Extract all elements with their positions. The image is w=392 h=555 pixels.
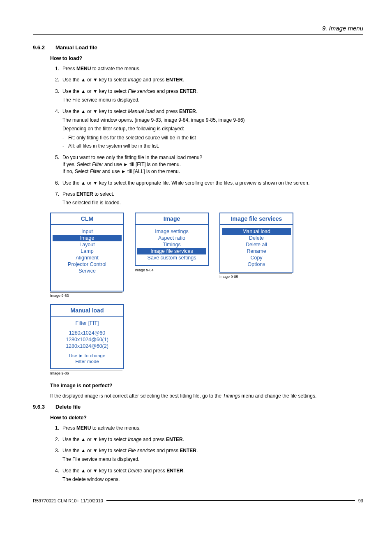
menu-item-ref: Timings [223, 393, 240, 399]
step-7: Press ENTER to select. The selected file… [55, 191, 363, 207]
step-6: Use the ▲ or ▼ key to select the appropr… [55, 180, 363, 187]
text: to activate the menus. [91, 66, 141, 72]
caption-9-85: Image 9-85 [219, 273, 292, 279]
menu-item-ref: Manual load [128, 109, 154, 114]
text: Use the ▲ or ▼ key to select [62, 468, 128, 474]
step-4: Use the ▲ or ▼ key to select Delete and … [55, 467, 363, 483]
text: If no, Select [62, 169, 90, 174]
filter-options-list: Fit: only fitting files for the selected… [62, 134, 363, 150]
text: Use the ▲ or ▼ key to select [62, 88, 128, 94]
text: Use the ▲ or ▼ key to select [62, 77, 128, 83]
menu-item: Copy [222, 254, 291, 261]
caption-9-84: Image 9-84 [135, 267, 207, 272]
step-2: Use the ▲ or ▼ key to select Image and p… [55, 436, 363, 443]
caption-9-83: Image 9-83 [50, 292, 122, 298]
text: . [183, 468, 184, 474]
menu-item-ref: Delete [128, 468, 142, 474]
text: . [196, 88, 198, 94]
menu-item-ref: Image [128, 437, 141, 442]
menu-key: MENU [76, 66, 91, 72]
image-not-perfect-text: If the displayed image is not correct af… [50, 393, 363, 400]
step-2: Use the ▲ or ▼ key to select Image and p… [55, 76, 363, 83]
page-footer: R59770021 CLM R10+ 11/10/2010 93 [33, 498, 363, 503]
menu-item: 1280x1024@60(2) [53, 343, 122, 349]
step-sub: Depending on the filter setup, the follo… [62, 125, 363, 132]
text: and press [142, 77, 166, 83]
footer-doc-id: R59770021 CLM R10+ 11/10/2010 [33, 498, 103, 503]
text: . [183, 437, 184, 442]
text: Use the ▲ or ▼ key to select [62, 109, 128, 114]
step-1: Press MENU to activate the menus. [55, 425, 363, 432]
section-963-heading: 9.6.3 Delete file [33, 404, 363, 410]
step-sub: The selected file is loaded. [62, 199, 363, 206]
menu-item: Image settings [137, 228, 206, 235]
menu-key: MENU [76, 425, 91, 431]
menu-item-ref: Filter [92, 162, 103, 167]
section-962-heading: 9.6.2 Manual Load file [33, 44, 363, 51]
step-3: Use the ▲ or ▼ key to select File servic… [55, 447, 363, 463]
filter-label: Filter [FIT] [53, 320, 122, 326]
menu-item: Image [53, 235, 122, 241]
text: Do you want to see only the fitting file… [62, 155, 202, 160]
menu-item: Save custom settings [137, 254, 206, 261]
step-4: Use the ▲ or ▼ key to select Manual load… [55, 108, 363, 150]
menu-item: Aspect ratio [137, 235, 206, 241]
image-not-perfect-heading: The image is not perfect? [50, 383, 363, 388]
step-1: Press MENU to activate the menus. [55, 65, 363, 72]
section-title: Delete file [55, 404, 81, 410]
menu-item: Service [53, 268, 122, 274]
hint-text: Filter mode [53, 358, 122, 364]
enter-key: ENTER [180, 448, 196, 453]
menu-item-ref: File services [128, 88, 155, 94]
menu-item: Layout [53, 241, 122, 248]
how-to-delete-heading: How to delete? [50, 415, 363, 421]
text: and press [142, 437, 166, 442]
step-sub: The manual load window opens. (image 9-8… [62, 117, 363, 124]
menu-item: 1280x1024@60 [53, 330, 122, 336]
text: Press [62, 425, 76, 431]
menu-item: Options [222, 261, 291, 268]
text: and press [155, 448, 180, 453]
menu-item: Alignment [53, 254, 122, 261]
step-sub: The delete window opens. [62, 476, 363, 483]
text: If the displayed image is not correct af… [50, 393, 223, 399]
menu-item: Image file services [137, 248, 206, 254]
menu-item: Input [53, 228, 122, 235]
screen-image-file-services: Image file services Manual loadDeleteDel… [219, 213, 293, 273]
enter-key: ENTER [179, 109, 196, 114]
text: to activate the menus. [91, 425, 141, 431]
menu-item: Delete [222, 235, 291, 241]
enter-key: ENTER [76, 191, 93, 197]
menu-item: Delete all [222, 241, 291, 248]
enter-key: ENTER [166, 77, 183, 83]
menu-item: Manual load [222, 228, 291, 235]
delete-steps-list: Press MENU to activate the menus. Use th… [50, 425, 363, 483]
screen-title: CLM [51, 213, 123, 225]
screen-image: Image Image settingsAspect ratioTimingsI… [135, 213, 209, 266]
text: and press [155, 109, 179, 114]
footer-page-num: 93 [358, 498, 363, 503]
enter-key: ENTER [166, 468, 183, 474]
menu-item: Timings [137, 241, 206, 248]
how-to-load-heading: How to load? [50, 56, 363, 61]
step-5: Do you want to see only the fitting file… [55, 154, 363, 176]
dash-item: Fit: only fitting files for the selected… [62, 134, 363, 141]
text: and use ► till [ALL] is on the menu. [101, 169, 180, 174]
menu-item: Lamp [53, 248, 122, 254]
text: . [183, 77, 184, 83]
section-num: 9.6.2 [33, 44, 45, 51]
text: If yes, Select [62, 162, 92, 167]
menu-item-ref: Filter [90, 169, 101, 174]
text: and press [142, 468, 166, 474]
text: Press [62, 191, 76, 197]
text: Press [62, 66, 76, 72]
menu-item-ref: Image [128, 77, 141, 83]
text: and press [155, 88, 180, 94]
load-steps-list: Press MENU to activate the menus. Use th… [50, 65, 363, 207]
text: and use ► till [FIT] is on the menu. [103, 162, 181, 167]
text: Use the ▲ or ▼ key to select [62, 437, 128, 442]
screen-title: Image [136, 213, 208, 225]
text: Use the ▲ or ▼ key to select [62, 448, 128, 453]
menu-item: Rename [222, 248, 291, 254]
enter-key: ENTER [166, 437, 183, 442]
